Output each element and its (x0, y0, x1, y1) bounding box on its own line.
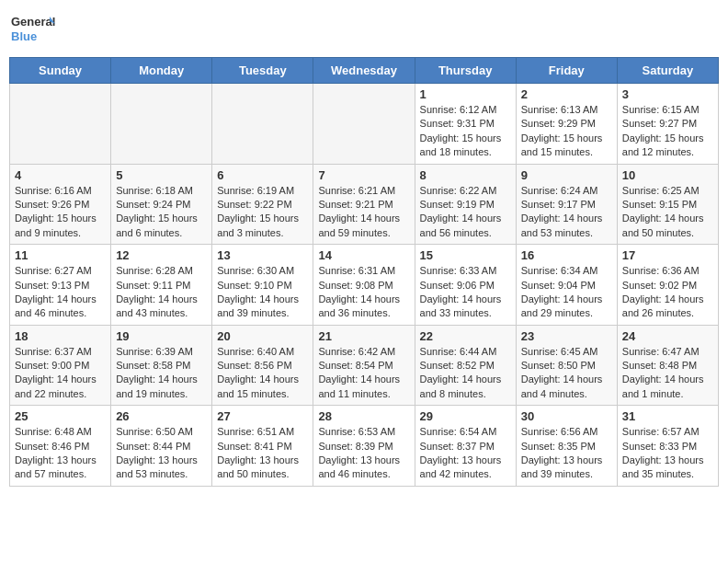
cell-date: 26 (116, 409, 207, 423)
cell-info: Sunrise: 6:48 AMSunset: 8:46 PMDaylight:… (15, 425, 106, 482)
cell-date: 13 (217, 248, 308, 262)
calendar-cell (313, 84, 415, 165)
calendar-cell: 15Sunrise: 6:33 AMSunset: 9:06 PMDayligh… (415, 245, 516, 326)
cell-info: Sunrise: 6:56 AMSunset: 8:35 PMDaylight:… (521, 425, 612, 482)
cell-date: 20 (217, 329, 308, 343)
calendar-cell: 9Sunrise: 6:24 AMSunset: 9:17 PMDaylight… (516, 164, 617, 245)
cell-date: 4 (15, 168, 106, 182)
cell-info: Sunrise: 6:15 AMSunset: 9:27 PMDaylight:… (622, 103, 713, 160)
calendar-body: 1Sunrise: 6:12 AMSunset: 9:31 PMDaylight… (10, 84, 719, 487)
calendar-cell: 2Sunrise: 6:13 AMSunset: 9:29 PMDaylight… (516, 84, 617, 165)
cell-info: Sunrise: 6:51 AMSunset: 8:41 PMDaylight:… (217, 425, 308, 482)
calendar-cell: 25Sunrise: 6:48 AMSunset: 8:46 PMDayligh… (10, 406, 111, 487)
calendar-cell: 28Sunrise: 6:53 AMSunset: 8:39 PMDayligh… (313, 406, 415, 487)
calendar-cell: 10Sunrise: 6:25 AMSunset: 9:15 PMDayligh… (617, 164, 718, 245)
cell-info: Sunrise: 6:16 AMSunset: 9:26 PMDaylight:… (15, 184, 106, 241)
calendar-cell: 12Sunrise: 6:28 AMSunset: 9:11 PMDayligh… (111, 245, 212, 326)
day-header-friday: Friday (516, 58, 617, 84)
cell-date: 3 (622, 87, 713, 101)
cell-date: 29 (420, 409, 511, 423)
cell-info: Sunrise: 6:33 AMSunset: 9:06 PMDaylight:… (420, 264, 511, 321)
calendar-week-row: 4Sunrise: 6:16 AMSunset: 9:26 PMDaylight… (10, 164, 719, 245)
logo-svg: General Blue (9, 9, 55, 50)
calendar-cell: 23Sunrise: 6:45 AMSunset: 8:50 PMDayligh… (516, 325, 617, 406)
cell-date: 6 (217, 168, 308, 182)
cell-date: 18 (15, 329, 106, 343)
cell-date: 2 (521, 87, 612, 101)
calendar-cell: 30Sunrise: 6:56 AMSunset: 8:35 PMDayligh… (516, 406, 617, 487)
calendar-cell: 11Sunrise: 6:27 AMSunset: 9:13 PMDayligh… (10, 245, 111, 326)
cell-info: Sunrise: 6:47 AMSunset: 8:48 PMDaylight:… (622, 345, 713, 402)
cell-info: Sunrise: 6:22 AMSunset: 9:19 PMDaylight:… (420, 184, 511, 241)
cell-info: Sunrise: 6:40 AMSunset: 8:56 PMDaylight:… (217, 345, 308, 402)
cell-info: Sunrise: 6:30 AMSunset: 9:10 PMDaylight:… (217, 264, 308, 321)
calendar-cell: 16Sunrise: 6:34 AMSunset: 9:04 PMDayligh… (516, 245, 617, 326)
calendar-cell (212, 84, 313, 165)
cell-info: Sunrise: 6:31 AMSunset: 9:08 PMDaylight:… (318, 264, 409, 321)
cell-date: 24 (622, 329, 713, 343)
day-header-wednesday: Wednesday (313, 58, 415, 84)
cell-date: 10 (622, 168, 713, 182)
calendar-cell: 1Sunrise: 6:12 AMSunset: 9:31 PMDaylight… (415, 84, 516, 165)
day-header-tuesday: Tuesday (212, 58, 313, 84)
cell-date: 19 (116, 329, 207, 343)
cell-info: Sunrise: 6:57 AMSunset: 8:33 PMDaylight:… (622, 425, 713, 482)
calendar-cell: 17Sunrise: 6:36 AMSunset: 9:02 PMDayligh… (617, 245, 718, 326)
svg-text:Blue: Blue (11, 29, 37, 43)
cell-info: Sunrise: 6:21 AMSunset: 9:21 PMDaylight:… (318, 184, 409, 241)
calendar-cell: 14Sunrise: 6:31 AMSunset: 9:08 PMDayligh… (313, 245, 415, 326)
cell-info: Sunrise: 6:34 AMSunset: 9:04 PMDaylight:… (521, 264, 612, 321)
day-header-sunday: Sunday (10, 58, 111, 84)
calendar-cell: 7Sunrise: 6:21 AMSunset: 9:21 PMDaylight… (313, 164, 415, 245)
calendar-week-row: 25Sunrise: 6:48 AMSunset: 8:46 PMDayligh… (10, 406, 719, 487)
cell-date: 15 (420, 248, 511, 262)
cell-date: 22 (420, 329, 511, 343)
calendar-cell: 6Sunrise: 6:19 AMSunset: 9:22 PMDaylight… (212, 164, 313, 245)
cell-date: 11 (15, 248, 106, 262)
cell-info: Sunrise: 6:54 AMSunset: 8:37 PMDaylight:… (420, 425, 511, 482)
cell-info: Sunrise: 6:19 AMSunset: 9:22 PMDaylight:… (217, 184, 308, 241)
calendar-week-row: 1Sunrise: 6:12 AMSunset: 9:31 PMDaylight… (10, 84, 719, 165)
cell-date: 1 (420, 87, 511, 101)
cell-date: 16 (521, 248, 612, 262)
cell-info: Sunrise: 6:24 AMSunset: 9:17 PMDaylight:… (521, 184, 612, 241)
calendar-cell: 19Sunrise: 6:39 AMSunset: 8:58 PMDayligh… (111, 325, 212, 406)
cell-date: 31 (622, 409, 713, 423)
cell-info: Sunrise: 6:44 AMSunset: 8:52 PMDaylight:… (420, 345, 511, 402)
cell-info: Sunrise: 6:53 AMSunset: 8:39 PMDaylight:… (318, 425, 409, 482)
day-header-thursday: Thursday (415, 58, 516, 84)
calendar-table: SundayMondayTuesdayWednesdayThursdayFrid… (9, 57, 719, 487)
cell-date: 5 (116, 168, 207, 182)
cell-date: 9 (521, 168, 612, 182)
cell-date: 17 (622, 248, 713, 262)
day-header-saturday: Saturday (617, 58, 718, 84)
cell-info: Sunrise: 6:39 AMSunset: 8:58 PMDaylight:… (116, 345, 207, 402)
cell-date: 28 (318, 409, 409, 423)
calendar-header-row: SundayMondayTuesdayWednesdayThursdayFrid… (10, 58, 719, 84)
logo: General Blue (9, 9, 55, 50)
calendar-cell: 29Sunrise: 6:54 AMSunset: 8:37 PMDayligh… (415, 406, 516, 487)
cell-date: 25 (15, 409, 106, 423)
cell-info: Sunrise: 6:25 AMSunset: 9:15 PMDaylight:… (622, 184, 713, 241)
calendar-cell (10, 84, 111, 165)
cell-date: 14 (318, 248, 409, 262)
calendar-cell: 18Sunrise: 6:37 AMSunset: 9:00 PMDayligh… (10, 325, 111, 406)
calendar-cell: 13Sunrise: 6:30 AMSunset: 9:10 PMDayligh… (212, 245, 313, 326)
cell-date: 21 (318, 329, 409, 343)
cell-info: Sunrise: 6:18 AMSunset: 9:24 PMDaylight:… (116, 184, 207, 241)
calendar-week-row: 18Sunrise: 6:37 AMSunset: 9:00 PMDayligh… (10, 325, 719, 406)
calendar-cell: 8Sunrise: 6:22 AMSunset: 9:19 PMDaylight… (415, 164, 516, 245)
calendar-cell: 24Sunrise: 6:47 AMSunset: 8:48 PMDayligh… (617, 325, 718, 406)
svg-text:General: General (11, 15, 55, 29)
calendar-cell: 5Sunrise: 6:18 AMSunset: 9:24 PMDaylight… (111, 164, 212, 245)
cell-date: 12 (116, 248, 207, 262)
cell-info: Sunrise: 6:13 AMSunset: 9:29 PMDaylight:… (521, 103, 612, 160)
cell-date: 7 (318, 168, 409, 182)
calendar-cell: 31Sunrise: 6:57 AMSunset: 8:33 PMDayligh… (617, 406, 718, 487)
cell-date: 30 (521, 409, 612, 423)
page-header: General Blue (9, 9, 719, 50)
cell-date: 23 (521, 329, 612, 343)
calendar-cell: 27Sunrise: 6:51 AMSunset: 8:41 PMDayligh… (212, 406, 313, 487)
calendar-cell: 21Sunrise: 6:42 AMSunset: 8:54 PMDayligh… (313, 325, 415, 406)
cell-info: Sunrise: 6:27 AMSunset: 9:13 PMDaylight:… (15, 264, 106, 321)
